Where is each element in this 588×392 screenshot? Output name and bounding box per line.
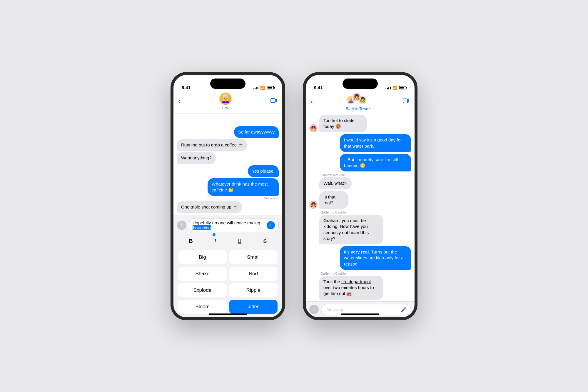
home-indicator-1	[209, 313, 247, 315]
group-avatar-2: 👧	[352, 92, 361, 102]
effect-ripple[interactable]: Ripple	[229, 283, 278, 297]
message-5: Whatever drink has the most caffeine 🤔 D…	[177, 178, 279, 200]
gc-msg-8: Guillermo Castillo Graham, you must be k…	[309, 211, 411, 244]
input-field-1[interactable]: Hopefully no one will notice my leg boun…	[189, 218, 279, 232]
svg-rect-0	[271, 99, 275, 103]
gc-avatar-7: 👧	[309, 201, 318, 209]
input-area-1: + Hopefully no one will notice my leg bo…	[173, 216, 282, 235]
bubble-1: So far awayyyyyyy	[234, 126, 279, 138]
home-indicator-2	[341, 313, 379, 315]
gc-avatar-3: 👧	[309, 124, 318, 132]
nav-center-1[interactable]: 👩‍🦳 Tito ›	[219, 92, 232, 110]
bubble-5: Whatever drink has the most caffeine 🤔	[208, 178, 279, 196]
battery-fill-1	[268, 87, 272, 89]
effect-small[interactable]: Small	[229, 250, 278, 264]
signal-bar-3	[256, 87, 257, 89]
group-name: Back in Town	[346, 106, 368, 111]
gc-msg-6: Graham McBride Wait, what?!	[309, 173, 411, 189]
input-row-1: + Hopefully no one will notice my leg bo…	[177, 218, 279, 232]
imessage-placeholder: iMessage	[325, 307, 401, 312]
strikethrough-button[interactable]: S	[261, 237, 269, 246]
messages-area-2: ...y g 👩‍🦳 Sweet 👍 Guillermo Castillo So…	[306, 114, 415, 301]
group-chevron: ›	[369, 106, 370, 110]
gc-msg-4: I would say it's a good day for that wat…	[309, 134, 411, 152]
plus-button-1[interactable]: +	[177, 221, 186, 230]
signal-bar-2-1	[385, 89, 386, 89]
gc-msg-7: 👧 Is that real?	[309, 191, 411, 209]
effect-big[interactable]: Big	[178, 250, 227, 264]
signal-bars-2	[385, 86, 391, 89]
format-toolbar: B I U S	[173, 235, 282, 248]
message-4: Yes please!	[177, 165, 279, 177]
signal-bar-2	[255, 88, 255, 89]
wifi-icon-1: 📶	[260, 86, 265, 90]
back-button-1[interactable]: ‹	[178, 97, 181, 105]
video-button-2[interactable]	[403, 98, 410, 105]
gc-bubble-10: Took the fire department over two minute…	[319, 276, 383, 300]
wifi-icon-2: 📶	[392, 86, 397, 90]
bubble-3: Want anything?	[177, 152, 216, 164]
messages-area-1: So far awayyyyyyy Running out to grab a …	[173, 114, 282, 216]
phone-2: 9:41 📶 ‹ 👩‍🦳 👧 🧑	[303, 72, 417, 320]
contact-name-1: Tito	[222, 106, 228, 110]
gc-msg-3: 👧 Too hot to skate today 🥵	[309, 115, 411, 133]
plus-button-2[interactable]: +	[309, 305, 319, 314]
phone-content-1: ‹ 👩‍🦳 Tito › So far awayyyyyyy	[173, 75, 282, 317]
status-time-1: 9:41	[182, 85, 191, 90]
italic-button[interactable]: I	[212, 237, 218, 246]
msg-with-avatar-7: 👧 Is that real?	[309, 191, 350, 209]
gc-bubble-6: Wait, what?!	[319, 177, 352, 189]
signal-bar-1	[253, 89, 254, 89]
message-6: One triple shot coming up ☕	[177, 201, 279, 213]
signal-bar-2-4	[390, 87, 391, 89]
effect-shake[interactable]: Shake	[178, 267, 227, 281]
gc-msg-5: ...But I'm pretty sure I'm still banned …	[309, 154, 411, 172]
gc-sender-6: Graham McBride	[320, 173, 345, 177]
bubble-2: Running out to grab a coffee ☕	[177, 139, 248, 151]
mic-icon[interactable]: 🎤	[401, 307, 407, 312]
signal-bar-2-2	[387, 88, 388, 89]
status-icons-2: 📶	[385, 86, 406, 90]
message-3: Want anything?	[177, 152, 279, 164]
gc-sender-10: Guillermo Castillo	[320, 272, 346, 275]
send-button-1[interactable]: ↑	[267, 221, 275, 229]
bold-button[interactable]: B	[187, 237, 195, 246]
text-before: Hopefully no one will notice my leg	[193, 220, 260, 225]
bubble-4: Yes please!	[248, 165, 279, 177]
delivered-status: Delivered	[264, 196, 279, 200]
battery-icon-1	[267, 86, 274, 89]
contact-avatar-1: 👩‍🦳	[219, 92, 232, 105]
gc-msg-9: It's very real. Turns out the water slid…	[309, 246, 411, 270]
gc-bubble-4: I would say it's a good day for that wat…	[340, 134, 411, 152]
battery-icon-2	[399, 86, 406, 89]
input-text-1[interactable]: Hopefully no one will notice my leg boun…	[193, 220, 267, 230]
group-avatars: 👩‍🦳 👧 🧑	[346, 92, 370, 105]
status-icons-1: 📶	[253, 86, 274, 90]
nav-center-2[interactable]: 👩‍🦳 👧 🧑 Back in Town ›	[346, 92, 370, 111]
effect-nod[interactable]: Nod	[229, 267, 278, 281]
contact-chevron-1: ›	[228, 106, 230, 109]
effect-jitter[interactable]: Jitter	[229, 300, 278, 314]
selected-text: bouncing	[193, 225, 211, 230]
message-2: Running out to grab a coffee ☕	[177, 139, 279, 151]
cursor-dot	[213, 233, 216, 236]
msg-with-avatar-3: 👧 Too hot to skate today 🥵	[309, 115, 377, 133]
signal-bar-2-3	[388, 87, 389, 89]
bubble-6: One triple shot coming up ☕	[177, 201, 242, 213]
signal-bar-4	[258, 87, 258, 89]
gc-bubble-7: Is that real?	[319, 191, 348, 209]
back-button-2[interactable]: ‹	[310, 97, 313, 106]
effect-explode[interactable]: Explode	[178, 283, 227, 297]
video-button-1[interactable]	[270, 98, 278, 105]
gc-sender-8: Guillermo Castillo	[320, 211, 346, 214]
phone-1: 9:41 📶 ‹ 👩‍🦳 Tito ›	[171, 72, 285, 320]
dynamic-island-2	[343, 79, 378, 89]
effects-grid: Big Small Shake Nod Explode Ripple Bloom…	[173, 248, 282, 317]
underline-button[interactable]: U	[235, 237, 244, 246]
gc-bubble-9: It's very real. Turns out the water slid…	[340, 246, 411, 270]
effect-bloom[interactable]: Bloom	[178, 300, 227, 314]
status-time-2: 9:41	[314, 85, 323, 90]
dynamic-island-1	[210, 79, 245, 89]
gc-bubble-8: Graham, you must be kidding. How have yo…	[319, 215, 383, 244]
battery-fill-2	[400, 87, 404, 89]
